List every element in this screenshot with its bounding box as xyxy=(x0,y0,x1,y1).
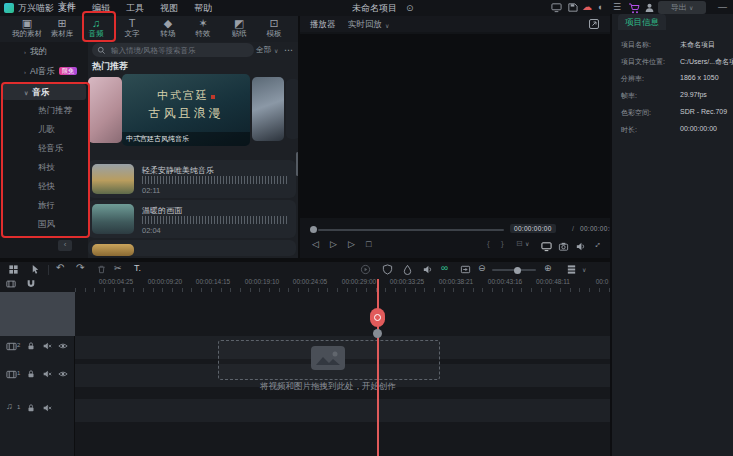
menu-help[interactable]: 帮助 xyxy=(194,0,212,16)
next-frame-button[interactable]: ▷ xyxy=(348,239,355,249)
stop-button[interactable]: □ xyxy=(366,239,371,249)
seek-handle[interactable] xyxy=(310,226,317,233)
tab-stickers[interactable]: ◩贴纸 xyxy=(222,17,256,39)
preview-viewport[interactable] xyxy=(300,34,610,218)
tab-effects[interactable]: ✶特效 xyxy=(186,17,220,39)
store-cart-icon[interactable] xyxy=(628,2,640,14)
music-filter-dropdown[interactable]: 全部∨ xyxy=(256,43,278,57)
lock-icon[interactable] xyxy=(26,341,36,351)
eye-visibility-icon[interactable] xyxy=(58,369,68,379)
audio-mixer-icon[interactable] xyxy=(422,264,433,275)
user-account-icon[interactable] xyxy=(644,2,655,13)
mute-icon[interactable] xyxy=(42,369,52,379)
search-icon xyxy=(97,46,106,55)
play-button[interactable]: ▷ xyxy=(330,239,337,249)
track-number: 1 xyxy=(17,404,20,410)
sidebar-item-light-music[interactable]: 轻音乐 xyxy=(38,142,64,155)
sidebar-collapse-button[interactable]: ‹ xyxy=(58,240,72,251)
mark-list-dropdown[interactable]: ⊟ ∨ xyxy=(516,239,529,248)
split-scissors-icon[interactable]: ✂ xyxy=(114,263,122,273)
export-button[interactable]: 导出 ∨ xyxy=(658,1,706,14)
more-options-icon[interactable]: ⋯ xyxy=(284,43,293,57)
timeline-zoom-slider[interactable] xyxy=(492,269,536,271)
track-manager-icon[interactable] xyxy=(6,279,16,289)
sidebar-item-hot[interactable]: 热门推荐 xyxy=(38,104,72,117)
zoom-slider-handle[interactable] xyxy=(514,267,521,274)
playhead-drag-dot[interactable] xyxy=(373,329,382,338)
music-search-input[interactable] xyxy=(109,45,249,56)
timeline-ruler[interactable]: 00:00:04:25 00:00:09:20 00:00:14:15 00:0… xyxy=(75,278,610,292)
tab-titles[interactable]: T文字 xyxy=(115,17,149,39)
menu-view[interactable]: 视图 xyxy=(160,0,178,16)
music-search-box[interactable] xyxy=(92,43,254,57)
tab-audio[interactable]: ♫音频 xyxy=(79,17,113,39)
mask-shield-icon[interactable] xyxy=(382,264,393,275)
device-monitor-icon[interactable] xyxy=(551,2,562,13)
info-label: 项目名称: xyxy=(621,40,651,50)
render-preview-icon[interactable]: ∞ xyxy=(441,262,448,273)
lock-icon[interactable] xyxy=(26,369,36,379)
music-waveform xyxy=(142,176,288,184)
theme-toggle-icon[interactable]: ◐ xyxy=(598,2,603,12)
undo-icon[interactable]: ↶ xyxy=(56,262,64,273)
sidebar-item-travel[interactable]: 旅行 xyxy=(38,199,55,212)
select-tool-icon[interactable] xyxy=(30,264,41,275)
screen-record-icon[interactable] xyxy=(360,264,371,275)
menu-tools[interactable]: 工具 xyxy=(126,0,144,16)
tab-templates[interactable]: ⊡模板 xyxy=(257,17,291,39)
sidebar-item-kids[interactable]: 儿歌 xyxy=(38,123,55,136)
adjust-preview-icon[interactable] xyxy=(588,18,600,30)
track-layout-icon[interactable] xyxy=(566,264,577,275)
cloud-sync-icon[interactable]: ☁ xyxy=(582,1,592,12)
playhead-line[interactable] xyxy=(377,279,379,456)
playhead-handle[interactable] xyxy=(370,308,385,327)
tab-my-media[interactable]: ▣我的素材 xyxy=(10,17,44,39)
seek-track[interactable] xyxy=(318,229,504,231)
media-panel-toggle-icon[interactable] xyxy=(8,264,19,275)
fit-screen-icon[interactable] xyxy=(541,241,552,252)
zoom-out-icon[interactable]: ⊖ xyxy=(478,263,486,273)
music-list-item-partial[interactable] xyxy=(88,240,296,256)
playback-quality-dropdown[interactable]: 实时回放∨ xyxy=(348,19,389,31)
color-drop-icon[interactable] xyxy=(402,264,413,275)
sidebar-item-my[interactable]: ›我的 xyxy=(0,44,88,58)
tutorial-panel-icon[interactable]: ☰ xyxy=(613,2,621,12)
save-icon[interactable] xyxy=(567,2,578,13)
sidebar-item-tech[interactable]: 科技 xyxy=(38,161,55,174)
previous-frame-button[interactable]: ◁ xyxy=(312,239,319,249)
tab-stock-media[interactable]: ⊞素材库 xyxy=(45,17,79,39)
sidebar-item-music[interactable]: ∨音乐 xyxy=(0,85,88,99)
text-tool-icon[interactable]: T. xyxy=(134,263,141,273)
track-layout-caret[interactable]: ∨ xyxy=(582,266,586,273)
menu-edit[interactable]: 编辑 xyxy=(92,0,110,16)
minimize-button[interactable]: — xyxy=(718,0,727,14)
ruler-label: 00:00:48:11 xyxy=(536,278,570,285)
snapshot-camera-icon[interactable] xyxy=(558,241,569,252)
audio-track-lane[interactable] xyxy=(75,399,610,422)
featured-card-right-partial[interactable] xyxy=(252,77,284,141)
zoom-in-icon[interactable]: ⊕ xyxy=(544,263,552,273)
tab-project-info[interactable]: 项目信息 xyxy=(618,14,666,30)
snap-magnet-icon[interactable] xyxy=(26,279,36,289)
sidebar-item-upbeat[interactable]: 轻快 xyxy=(38,180,55,193)
mark-out-icon[interactable]: } xyxy=(501,239,504,248)
music-list-item[interactable]: 温暖的画面 02:04 xyxy=(88,200,296,238)
menu-file[interactable]: 文件 xyxy=(58,0,76,16)
mute-icon[interactable] xyxy=(42,403,52,413)
export-frame-icon[interactable] xyxy=(460,264,471,275)
lock-icon[interactable] xyxy=(26,403,36,413)
redo-icon[interactable]: ↷ xyxy=(76,262,84,273)
sidebar-item-ai-music[interactable]: ›AI音乐限免 xyxy=(0,64,88,78)
tab-transitions[interactable]: ◆转场 xyxy=(151,17,185,39)
fullscreen-expand-icon[interactable]: ↔ xyxy=(590,237,603,250)
sidebar-item-chinese-style[interactable]: 国风 xyxy=(38,218,55,231)
mute-icon[interactable] xyxy=(42,341,52,351)
ruler-label: 00:00:24:05 xyxy=(293,278,327,285)
eye-visibility-icon[interactable] xyxy=(58,341,68,351)
mark-in-icon[interactable]: { xyxy=(487,239,490,248)
featured-banner[interactable]: 中式宫廷 古风且浪漫 中式宫廷古风纯音乐 xyxy=(122,74,250,146)
music-list-item[interactable]: 轻柔安静唯美纯音乐 02:11 xyxy=(88,160,296,198)
featured-card-left-partial[interactable] xyxy=(88,77,122,143)
volume-speaker-icon[interactable] xyxy=(575,241,586,252)
delete-trash-icon[interactable] xyxy=(96,264,107,275)
